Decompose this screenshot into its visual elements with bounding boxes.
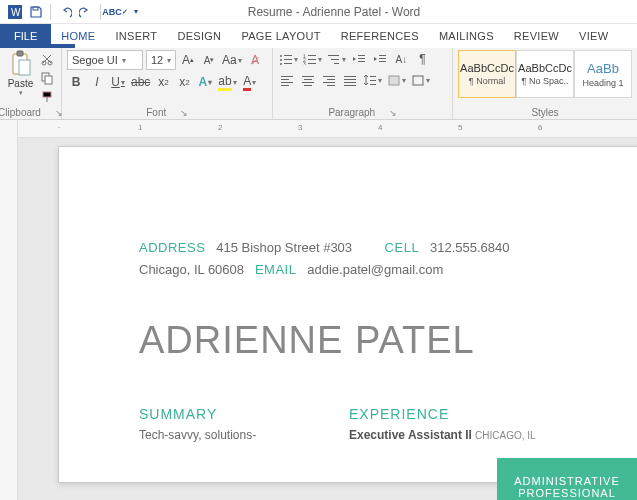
tab-home[interactable]: HOME xyxy=(51,24,105,48)
justify-icon[interactable] xyxy=(341,71,359,89)
undo-icon[interactable] xyxy=(56,3,74,21)
tab-page-layout[interactable]: PAGE LAYOUT xyxy=(231,24,330,48)
sort-icon[interactable]: A↓ xyxy=(392,50,410,68)
redo-icon[interactable] xyxy=(77,3,95,21)
horizontal-ruler[interactable]: · 1 2 3 4 5 6 xyxy=(18,120,637,138)
svg-rect-37 xyxy=(304,79,312,80)
multilevel-list-icon[interactable]: ▾ xyxy=(326,50,347,68)
svg-rect-24 xyxy=(331,59,339,60)
shading-icon[interactable]: ▾ xyxy=(386,71,407,89)
superscript-button[interactable]: x2 xyxy=(175,73,193,91)
window-title: Resume - Adrienne Patel - Word xyxy=(151,5,517,19)
cell-label: CELL xyxy=(385,240,420,255)
underline-button[interactable]: U▾ xyxy=(109,73,127,91)
font-name-combo[interactable]: Segoe UI▾ xyxy=(67,50,143,70)
tab-view[interactable]: VIEW xyxy=(569,24,618,48)
bold-button[interactable]: B xyxy=(67,73,85,91)
vertical-ruler[interactable] xyxy=(0,120,18,500)
font-dialog-launcher-icon[interactable]: ↘ xyxy=(180,108,188,118)
align-left-icon[interactable] xyxy=(278,71,296,89)
text-effects-icon[interactable]: A▾ xyxy=(196,73,214,91)
font-name-value: Segoe UI xyxy=(72,54,118,66)
align-right-icon[interactable] xyxy=(320,71,338,89)
svg-rect-42 xyxy=(323,82,335,83)
svg-rect-22 xyxy=(308,63,316,64)
summary-heading: SUMMARY xyxy=(139,406,299,422)
clear-formatting-icon[interactable]: A̷ xyxy=(246,51,264,69)
svg-rect-48 xyxy=(370,76,376,77)
bullets-icon[interactable]: ▾ xyxy=(278,50,299,68)
style-preview: AaBbCcDc xyxy=(460,62,514,74)
title-badge: ADMINISTRATIVE PROFESSIONAL xyxy=(497,458,637,500)
strikethrough-button[interactable]: abc xyxy=(130,73,151,91)
svg-text:W: W xyxy=(11,7,21,18)
change-case-icon[interactable]: Aa▾ xyxy=(221,51,243,69)
grow-font-icon[interactable]: A▴ xyxy=(179,51,197,69)
decrease-indent-icon[interactable] xyxy=(350,50,368,68)
italic-button[interactable]: I xyxy=(88,73,106,91)
document-page[interactable]: ADDRESS 415 Bishop Street #303 CELL 312.… xyxy=(58,146,637,483)
svg-rect-44 xyxy=(344,76,356,77)
svg-rect-36 xyxy=(302,76,314,77)
align-center-icon[interactable] xyxy=(299,71,317,89)
shrink-font-icon[interactable]: A▾ xyxy=(200,51,218,69)
svg-rect-5 xyxy=(19,60,30,75)
tab-design[interactable]: DESIGN xyxy=(167,24,231,48)
font-group-label: Font xyxy=(146,107,166,118)
svg-rect-25 xyxy=(334,63,339,64)
svg-rect-4 xyxy=(17,51,23,56)
email-label: EMAIL xyxy=(255,262,297,277)
paragraph-group-label: Paragraph xyxy=(328,107,375,118)
style-no-spacing[interactable]: AaBbCcDc ¶ No Spac.. xyxy=(516,50,574,98)
styles-group-label: Styles xyxy=(531,107,558,118)
font-size-combo[interactable]: 12▾ xyxy=(146,50,176,70)
email-value: addie.patel@gmail.com xyxy=(307,262,443,277)
tab-insert[interactable]: INSERT xyxy=(105,24,167,48)
numbering-icon[interactable]: 123▾ xyxy=(302,50,323,68)
paragraph-dialog-launcher-icon[interactable]: ↘ xyxy=(389,108,397,118)
tab-references[interactable]: REFERENCES xyxy=(331,24,429,48)
save-icon[interactable] xyxy=(27,3,45,21)
svg-rect-49 xyxy=(370,80,376,81)
experience-heading: EXPERIENCE xyxy=(349,406,536,422)
font-size-value: 12 xyxy=(151,54,163,66)
borders-icon[interactable]: ▾ xyxy=(410,71,431,89)
svg-rect-50 xyxy=(370,84,376,85)
svg-rect-10 xyxy=(43,92,51,97)
line-spacing-icon[interactable]: ▾ xyxy=(362,71,383,89)
tab-file[interactable]: FILE xyxy=(0,24,51,48)
tab-review[interactable]: REVIEW xyxy=(504,24,569,48)
svg-point-15 xyxy=(280,63,282,65)
highlight-color-icon[interactable]: ab▾ xyxy=(217,73,237,91)
font-color-icon[interactable]: A▾ xyxy=(241,73,259,91)
clipboard-group-label: Clipboard xyxy=(0,107,41,118)
cell-value: 312.555.6840 xyxy=(430,240,510,255)
svg-rect-39 xyxy=(304,85,312,86)
job-title: Executive Assistant II xyxy=(349,428,472,442)
tab-mailings[interactable]: MAILINGS xyxy=(429,24,504,48)
svg-rect-18 xyxy=(308,55,316,56)
svg-rect-45 xyxy=(344,79,356,80)
cut-icon[interactable] xyxy=(38,50,56,68)
spellcheck-icon[interactable]: ABC✓ xyxy=(106,3,124,21)
paste-button[interactable]: Paste ▾ xyxy=(5,50,36,97)
qat-customize-icon[interactable]: ▾ xyxy=(127,3,145,21)
paste-label: Paste xyxy=(8,78,34,89)
show-marks-icon[interactable]: ¶ xyxy=(413,50,431,68)
subscript-button[interactable]: x2 xyxy=(154,73,172,91)
word-app-icon[interactable]: W xyxy=(6,3,24,21)
copy-icon[interactable] xyxy=(38,69,56,87)
svg-rect-29 xyxy=(379,55,386,56)
svg-rect-51 xyxy=(389,76,399,85)
style-heading-1[interactable]: AaBb Heading 1 xyxy=(574,50,632,98)
resume-name: ADRIENNE PATEL xyxy=(139,319,637,362)
format-painter-icon[interactable] xyxy=(38,88,56,106)
document-workspace[interactable]: ADDRESS 415 Bishop Street #303 CELL 312.… xyxy=(18,138,637,500)
badge-line1: ADMINISTRATIVE xyxy=(514,475,619,487)
increase-indent-icon[interactable] xyxy=(371,50,389,68)
style-normal[interactable]: AaBbCcDc ¶ Normal xyxy=(458,50,516,98)
badge-line2: PROFESSIONAL xyxy=(518,487,616,499)
svg-point-13 xyxy=(280,59,282,61)
tab-home-label: HOME xyxy=(61,30,95,42)
svg-rect-2 xyxy=(33,7,38,10)
